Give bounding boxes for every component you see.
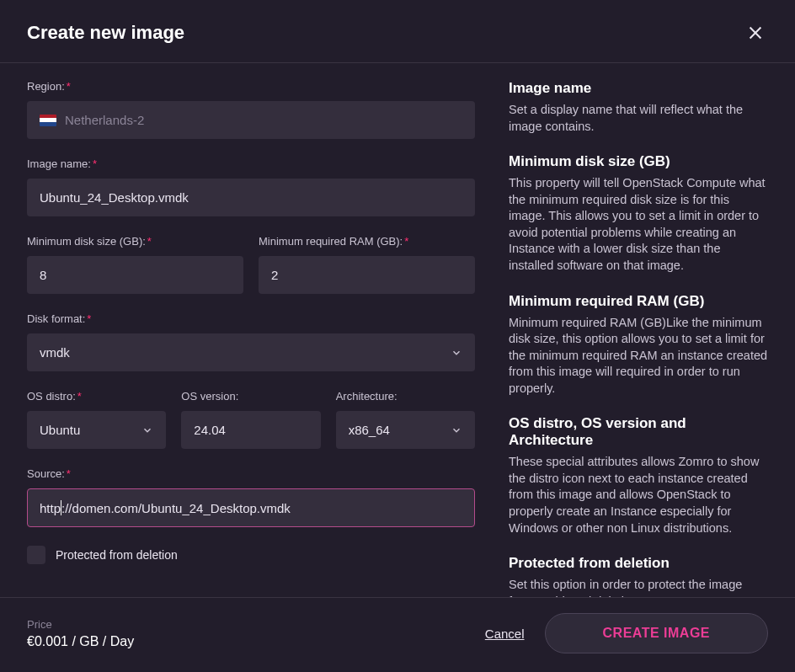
price-box: Price €0.001 / GB / Day	[27, 618, 134, 649]
os-version-label: OS version:	[181, 390, 320, 403]
os-distro-label: OS distro:*	[27, 390, 166, 403]
source-label: Source:*	[27, 467, 475, 480]
info-min-ram-text: Minimum required RAM (GB)Like the minimu…	[509, 315, 768, 397]
architecture-value: x86_64	[349, 423, 390, 437]
region-label: Region:*	[27, 80, 475, 93]
price-label: Price	[27, 618, 134, 631]
modal-footer: Price €0.001 / GB / Day Cancel CREATE IM…	[0, 597, 795, 672]
disk-format-label: Disk format:*	[27, 312, 475, 325]
info-os-attrs-text: These special attributes allows Zomro to…	[509, 454, 768, 536]
min-disk-label: Minimum disk size (GB):*	[27, 235, 243, 248]
modal-header: Create new image	[0, 0, 795, 63]
cancel-button[interactable]: Cancel	[485, 627, 525, 641]
close-button[interactable]	[743, 20, 768, 45]
form-column: Region:* Netherlands-2 Image name:* Mini…	[27, 80, 475, 597]
architecture-label: Architecture:	[336, 390, 475, 403]
flag-netherlands-icon	[40, 115, 56, 126]
info-min-ram-title: Minimum required RAM (GB)	[509, 293, 768, 310]
info-protected-text: Set this option in order to protect the …	[509, 577, 768, 597]
protected-label: Protected from deletion	[56, 548, 178, 562]
min-ram-input[interactable]	[259, 256, 475, 294]
modal-title: Create new image	[27, 22, 184, 44]
source-input[interactable]: http://domen.com/Ubuntu_24_Desktop.vmdk	[27, 488, 475, 527]
price-value: €0.001 / GB / Day	[27, 634, 134, 649]
disk-format-select[interactable]: vmdk	[27, 333, 475, 371]
create-image-button[interactable]: CREATE IMAGE	[545, 613, 768, 653]
min-disk-input[interactable]	[27, 256, 243, 294]
info-os-attrs-title: OS distro, OS version and Architecture	[509, 415, 768, 449]
modal-body: Region:* Netherlands-2 Image name:* Mini…	[0, 63, 795, 597]
info-column: Image name Set a display name that will …	[507, 80, 768, 597]
info-protected-title: Protected from deletion	[509, 555, 768, 572]
image-name-label: Image name:*	[27, 157, 475, 170]
info-image-name-title: Image name	[509, 80, 768, 97]
region-value: Netherlands-2	[65, 113, 144, 127]
info-min-disk-text: This property will tell OpenStack Comput…	[509, 175, 768, 274]
image-name-input[interactable]	[27, 179, 475, 216]
info-image-name-text: Set a display name that will reflect wha…	[509, 102, 768, 135]
region-select[interactable]: Netherlands-2	[27, 101, 475, 139]
min-ram-label: Minimum required RAM (GB):*	[259, 235, 475, 248]
protected-checkbox[interactable]	[27, 546, 45, 564]
chevron-down-icon	[451, 347, 462, 359]
os-distro-select[interactable]: Ubuntu	[27, 411, 166, 449]
footer-actions: Cancel CREATE IMAGE	[485, 613, 768, 653]
os-version-input[interactable]	[181, 411, 320, 449]
architecture-select[interactable]: x86_64	[336, 411, 475, 449]
chevron-down-icon	[141, 424, 153, 436]
disk-format-value: vmdk	[40, 345, 70, 360]
chevron-down-icon	[451, 424, 462, 436]
info-min-disk-title: Minimum disk size (GB)	[509, 153, 768, 170]
close-icon	[746, 24, 765, 42]
os-distro-value: Ubuntu	[40, 423, 80, 437]
